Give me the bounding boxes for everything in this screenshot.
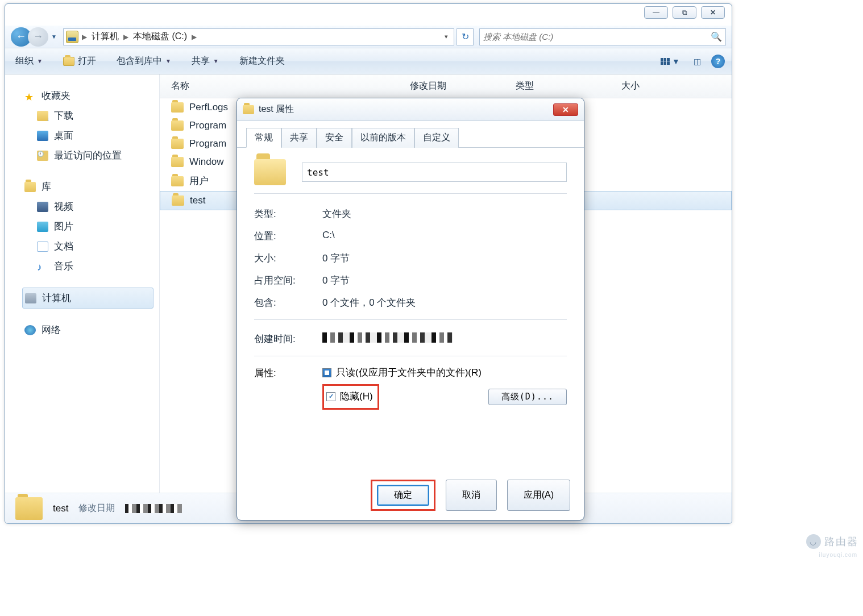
dialog-titlebar[interactable]: test 属性 ✕ xyxy=(237,98,584,121)
help-button[interactable]: ? xyxy=(711,55,725,68)
file-name: Program xyxy=(189,120,226,131)
search-icon[interactable]: 🔍 xyxy=(711,31,722,42)
tree-label: 文档 xyxy=(54,240,73,253)
search-box[interactable]: 🔍 xyxy=(479,28,726,45)
file-name: Window xyxy=(189,156,223,168)
tree-favorites[interactable]: ★收藏夹 xyxy=(22,86,153,106)
folder-icon xyxy=(171,120,184,131)
include-label: 包含到库中 xyxy=(117,55,162,67)
view-menu[interactable]: ▼ xyxy=(658,55,683,68)
readonly-checkbox[interactable] xyxy=(322,368,331,377)
tree-pictures[interactable]: 图片 xyxy=(22,217,153,236)
include-menu[interactable]: 包含到库中▼ xyxy=(113,53,175,69)
organize-label: 组织 xyxy=(15,55,34,67)
tree-label: 下载 xyxy=(54,109,73,122)
col-modified-header[interactable]: 修改日期 xyxy=(410,80,516,92)
dialog-close-button[interactable]: ✕ xyxy=(553,103,578,116)
tree-label: 最近访问的位置 xyxy=(54,149,122,162)
type-label: 类型: xyxy=(254,207,322,220)
col-size-header[interactable]: 大小 xyxy=(621,80,712,92)
attributes-label: 属性: xyxy=(254,364,322,410)
tab-custom[interactable]: 自定义 xyxy=(414,128,459,148)
hidden-label: 隐藏(H) xyxy=(340,390,373,403)
breadcrumb[interactable]: ▶ 计算机 ▶ 本地磁盘 (C:) ▶ ▾ xyxy=(63,28,454,45)
tree-recent[interactable]: 最近访问的位置 xyxy=(22,145,153,165)
computer-icon xyxy=(25,293,36,303)
dialog-title: test 属性 xyxy=(259,103,549,115)
tree-label: 网络 xyxy=(42,323,61,336)
breadcrumb-computer[interactable]: 计算机 xyxy=(90,30,120,44)
tab-general[interactable]: 常规 xyxy=(246,128,281,148)
music-icon: ♪ xyxy=(37,261,48,272)
breadcrumb-drive[interactable]: 本地磁盘 (C:) xyxy=(132,30,188,44)
folder-large-icon xyxy=(15,497,43,520)
tab-sharing[interactable]: 共享 xyxy=(281,128,317,148)
chevron-right-icon[interactable]: ▶ xyxy=(189,33,199,41)
contains-label: 包含: xyxy=(254,296,322,309)
folder-icon xyxy=(171,176,184,186)
highlight-ok: 确定 xyxy=(371,480,435,511)
cancel-button[interactable]: 取消 xyxy=(446,480,497,511)
folder-icon xyxy=(171,102,184,113)
file-name: Program xyxy=(189,138,226,149)
readonly-checkbox-row[interactable]: 只读(仅应用于文件夹中的文件)(R) xyxy=(322,364,567,381)
minimize-button[interactable]: — xyxy=(644,6,668,19)
chevron-right-icon[interactable]: ▶ xyxy=(80,33,89,41)
nav-tree: ★收藏夹 下载 桌面 最近访问的位置 库 视频 图片 文档 ♪音乐 计算机 网络 xyxy=(5,74,160,493)
tree-documents[interactable]: 文档 xyxy=(22,236,153,256)
file-name: PerfLogs xyxy=(189,102,228,113)
share-menu[interactable]: 共享▼ xyxy=(188,53,222,69)
library-icon xyxy=(24,182,36,192)
forward-button[interactable]: → xyxy=(28,27,48,47)
refresh-button[interactable]: ↻ xyxy=(457,28,474,45)
nav-bar: ← → ▼ ▶ 计算机 ▶ 本地磁盘 (C:) ▶ ▾ ↻ 🔍 xyxy=(5,26,732,48)
col-name-header[interactable]: 名称 xyxy=(171,80,410,92)
search-input[interactable] xyxy=(483,32,711,41)
file-name: 用户 xyxy=(189,174,209,188)
video-icon xyxy=(37,202,48,212)
organize-menu[interactable]: 组织▼ xyxy=(12,53,46,69)
chevron-down-icon: ▼ xyxy=(213,58,219,64)
folder-icon xyxy=(171,157,184,167)
preview-pane-toggle[interactable]: ◫ xyxy=(688,55,706,68)
advanced-button[interactable]: 高级(D)... xyxy=(488,389,567,405)
watermark-text: 路由器 xyxy=(824,535,858,548)
tree-computer[interactable]: 计算机 xyxy=(22,288,153,309)
desktop-icon xyxy=(37,131,48,141)
hidden-checkbox[interactable] xyxy=(326,392,335,401)
tree-music[interactable]: ♪音乐 xyxy=(22,256,153,276)
tree-downloads[interactable]: 下载 xyxy=(22,106,153,126)
maximize-button[interactable]: ⧉ xyxy=(673,6,696,19)
folder-icon xyxy=(243,105,254,114)
highlight-hidden: 隐藏(H) xyxy=(322,384,379,410)
tree-videos[interactable]: 视频 xyxy=(22,197,153,217)
picture-icon xyxy=(37,222,48,232)
ok-button[interactable]: 确定 xyxy=(377,485,429,506)
document-icon xyxy=(37,242,48,252)
tree-network[interactable]: 网络 xyxy=(22,320,153,340)
tree-label: 视频 xyxy=(54,200,73,213)
breadcrumb-dropdown[interactable]: ▾ xyxy=(441,33,451,40)
col-type-header[interactable]: 类型 xyxy=(516,80,621,92)
details-mod-value xyxy=(125,504,182,513)
watermark-logo-icon: ◡ xyxy=(806,534,821,549)
open-button[interactable]: 打开 xyxy=(60,53,99,69)
dialog-tabs: 常规 共享 安全 以前的版本 自定义 xyxy=(237,121,584,148)
tree-desktop[interactable]: 桌面 xyxy=(22,126,153,145)
hidden-checkbox-row[interactable]: 隐藏(H) xyxy=(326,388,373,405)
chevron-down-icon: ▼ xyxy=(165,58,171,64)
history-dropdown[interactable]: ▼ xyxy=(49,32,59,42)
folder-name-input[interactable] xyxy=(302,163,567,182)
apply-button[interactable]: 应用(A) xyxy=(507,480,570,511)
created-label: 创建时间: xyxy=(254,332,322,346)
tab-security[interactable]: 安全 xyxy=(317,128,352,148)
nav-arrows: ← → ▼ xyxy=(11,27,59,47)
created-value xyxy=(322,332,453,343)
star-icon: ★ xyxy=(24,91,36,101)
new-folder-button[interactable]: 新建文件夹 xyxy=(236,53,288,69)
close-button[interactable]: ✕ xyxy=(701,6,725,19)
tree-libraries[interactable]: 库 xyxy=(22,177,153,197)
tab-previous[interactable]: 以前的版本 xyxy=(352,128,414,148)
tree-label: 库 xyxy=(42,180,51,193)
chevron-right-icon[interactable]: ▶ xyxy=(121,33,131,41)
